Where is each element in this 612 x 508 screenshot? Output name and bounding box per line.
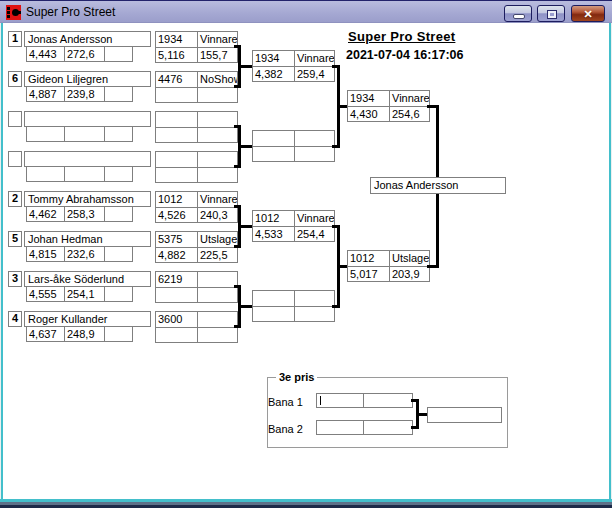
app-window: Super Pro Street ✕ Super Pro Street 2021… <box>0 0 612 508</box>
speed-cell: 254,4 <box>294 226 334 241</box>
round1-result-table: 6219 <box>155 271 238 303</box>
semifinal-result-table: 1012 Utslagen 5,017 203,9 <box>347 250 430 282</box>
speed-cell <box>197 127 237 142</box>
status-cell: Vinnare <box>197 32 237 47</box>
status-cell <box>197 312 237 327</box>
winner-box: Jonas Andersson <box>370 177 506 194</box>
maximize-button[interactable] <box>537 5 565 22</box>
seed-box: 6 <box>8 71 22 87</box>
et-cell: 4,815 <box>27 247 64 261</box>
speed-cell: 239,8 <box>64 87 104 101</box>
status-cell: Utslagen <box>389 251 429 266</box>
dial-cell: 1934 <box>348 91 389 106</box>
competitor-name-box: Johan Hedman <box>24 231 151 247</box>
dial-cell: 1012 <box>253 211 294 226</box>
lane2-input[interactable] <box>316 420 413 435</box>
seed-box: 2 <box>8 191 22 207</box>
et-cell: 4,462 <box>27 207 64 221</box>
speed-cell: 254,1 <box>64 287 104 301</box>
dial-cell: 1012 <box>348 251 389 266</box>
status-cell: NoShow <box>197 72 237 87</box>
seed-box <box>8 111 22 127</box>
semifinal-result-table: 1934 Vinnare 4,430 254,6 <box>347 90 430 122</box>
speed-cell: 259,4 <box>294 66 334 81</box>
lane2-cell-2[interactable] <box>364 421 412 434</box>
bracket-line <box>238 305 252 308</box>
et-cell: 4,382 <box>253 66 294 81</box>
et-cell <box>156 87 197 102</box>
close-button[interactable]: ✕ <box>571 5 605 22</box>
window-border-left-accent <box>1 23 3 502</box>
times-box: 4,443 272,6 <box>26 46 133 62</box>
third-prize-winner-box <box>427 407 502 423</box>
lane2-label: Bana 2 <box>268 423 303 435</box>
titlebar[interactable]: Super Pro Street ✕ <box>0 0 612 23</box>
et-cell: 4,526 <box>156 207 197 222</box>
competitor-name-box: Lars-åke Söderlund <box>24 271 151 287</box>
extra-cell <box>104 127 132 141</box>
speed-cell: 225,5 <box>197 247 237 262</box>
event-timestamp: 2021-07-04 16:17:06 <box>346 48 463 62</box>
status-cell: Vinnare <box>294 211 334 226</box>
et-cell: 4,887 <box>27 87 64 101</box>
status-cell: Vinnare <box>389 91 429 106</box>
round1-result-table: 1012 Vinnare 4,526 240,3 <box>155 191 238 223</box>
seed-box: 5 <box>8 231 22 247</box>
round1-result-table: 4476 NoShow <box>155 71 238 103</box>
lane2-cell-1[interactable] <box>317 421 364 434</box>
dial-cell: 6219 <box>156 272 197 287</box>
bracket-line <box>238 145 252 148</box>
dial-cell: 4476 <box>156 72 197 87</box>
status-cell <box>197 272 237 287</box>
et-cell <box>27 167 64 181</box>
et-cell: 4,882 <box>156 247 197 262</box>
dial-cell: 1012 <box>156 192 197 207</box>
speed-cell: 248,9 <box>64 327 104 341</box>
times-box: 4,462 258,3 <box>26 206 133 222</box>
et-cell: 4,443 <box>27 47 64 61</box>
extra-cell <box>104 167 132 181</box>
seed-box <box>8 151 22 167</box>
speed-cell: 254,6 <box>389 106 429 121</box>
lane1-input[interactable] <box>316 393 413 408</box>
times-box <box>26 166 133 182</box>
minimize-button[interactable] <box>504 5 532 22</box>
third-prize-title: 3e pris <box>276 371 317 383</box>
bracket-line <box>238 65 252 68</box>
quarterfinal-result-table <box>252 130 335 162</box>
dial-cell: 5375 <box>156 232 197 247</box>
et-cell: 5,116 <box>156 47 197 62</box>
lane1-label: Bana 1 <box>268 396 303 408</box>
times-box: 4,637 248,9 <box>26 326 133 342</box>
speed-cell: 258,3 <box>64 207 104 221</box>
status-cell: Vinnare <box>294 51 334 66</box>
competitor-name-box: Jonas Andersson <box>24 31 151 47</box>
speed-cell: 203,9 <box>389 266 429 281</box>
et-cell: 4,533 <box>253 226 294 241</box>
round1-result-table: 3600 <box>155 311 238 343</box>
extra-cell <box>104 287 132 301</box>
status-cell: Utslagen <box>197 232 237 247</box>
round1-result-table: 1934 Vinnare 5,116 155,7 <box>155 31 238 63</box>
et-cell: 4,637 <box>27 327 64 341</box>
text-cursor <box>320 396 321 405</box>
status-cell <box>197 112 237 127</box>
et-cell: 5,017 <box>348 266 389 281</box>
et-cell <box>156 287 197 302</box>
window-controls: ✕ <box>499 5 605 22</box>
et-cell <box>156 327 197 342</box>
round1-result-table <box>155 151 238 183</box>
lane1-cell-1[interactable] <box>317 394 364 407</box>
extra-cell <box>104 327 132 341</box>
et-cell <box>156 167 197 182</box>
dial-cell <box>253 291 294 306</box>
et-cell <box>253 306 294 321</box>
status-cell <box>197 152 237 167</box>
et-cell <box>253 146 294 161</box>
competitor-name-box: Gideon Liljegren <box>24 71 151 87</box>
et-cell: 4,555 <box>27 287 64 301</box>
competitor-name-box: Roger Kullander <box>24 311 151 327</box>
lane1-cell-2[interactable] <box>364 394 412 407</box>
minimize-icon <box>513 14 525 19</box>
et-cell <box>27 127 64 141</box>
